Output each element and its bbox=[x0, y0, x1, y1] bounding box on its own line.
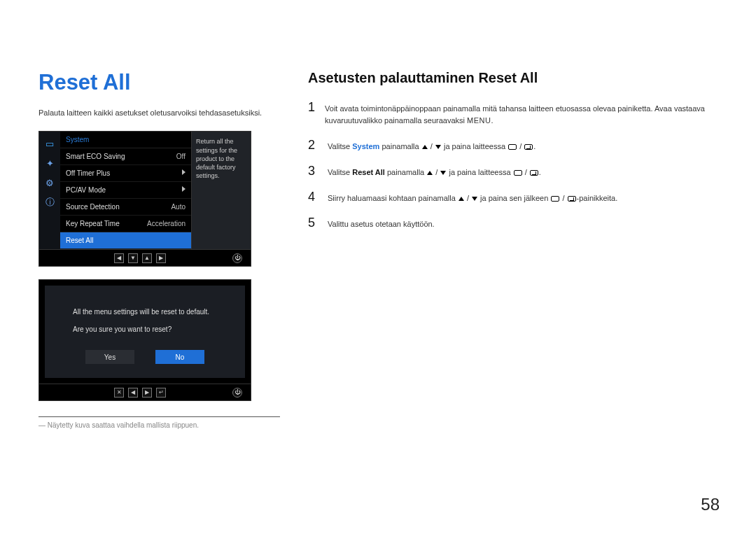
step-number: 3 bbox=[308, 164, 318, 178]
step-text: Voit avata toimintonäppäinoppaan painama… bbox=[325, 100, 721, 127]
manual-page: Reset All Palauta laitteen kaikki asetuk… bbox=[0, 0, 756, 534]
power-icon: ⏻ bbox=[232, 253, 242, 263]
monitor-icon: ▭ bbox=[43, 137, 56, 150]
section-heading: Asetusten palauttaminen Reset All bbox=[308, 70, 721, 86]
step-text: Valitse System painamalla / ja paina lai… bbox=[328, 138, 536, 153]
osd-row: Key Repeat TimeAcceleration bbox=[60, 216, 191, 232]
enter-icon: ↵ bbox=[156, 388, 166, 398]
button-icon bbox=[508, 144, 517, 150]
nav-down-icon: ▼ bbox=[128, 253, 138, 263]
step-text: Valitse Reset All painamalla / ja paina … bbox=[328, 164, 541, 178]
intro-text: Palauta laitteen kaikki asetukset oletus… bbox=[38, 108, 280, 118]
dialog-line1: All the menu settings will be reset to d… bbox=[73, 307, 217, 317]
button-icon bbox=[551, 196, 559, 202]
step-number: 4 bbox=[308, 190, 318, 204]
footnote: Näytetty kuva saattaa vaihdella mallista… bbox=[38, 416, 280, 429]
left-column: Reset All Palauta laitteen kaikki asetuk… bbox=[38, 70, 280, 429]
enter-button-icon bbox=[568, 196, 576, 202]
osd-menu-screenshot: ▭ ✦ ⚙ ⓘ System Smart ECO SavingOff Off T… bbox=[38, 131, 251, 267]
enter-button-icon bbox=[530, 170, 538, 176]
right-column: Asetusten palauttaminen Reset All 1 Voit… bbox=[308, 70, 721, 429]
down-arrow-icon bbox=[472, 197, 477, 201]
power-icon: ⏻ bbox=[232, 388, 242, 398]
dialog-no-button: No bbox=[155, 350, 204, 364]
nav-left-icon: ◀ bbox=[114, 253, 124, 263]
chevron-right-icon bbox=[182, 169, 186, 175]
osd-row: PC/AV Mode bbox=[60, 182, 191, 199]
osd-footer-nav: ◀ ▼ ▲ ▶ ⏻ bbox=[39, 249, 251, 266]
down-arrow-icon bbox=[440, 171, 446, 175]
nav-left-icon: ◀ bbox=[128, 388, 138, 398]
osd-row-selected: Reset All bbox=[60, 232, 191, 249]
up-arrow-icon bbox=[427, 171, 433, 175]
down-arrow-icon bbox=[435, 145, 441, 149]
nav-right-icon: ▶ bbox=[142, 388, 152, 398]
osd-description: Return all the settings for the product … bbox=[191, 132, 251, 249]
step-text: Siirry haluamaasi kohtaan painamalla / j… bbox=[328, 190, 617, 204]
osd-row: Smart ECO SavingOff bbox=[60, 148, 191, 165]
page-title: Reset All bbox=[38, 70, 280, 95]
dialog-yes-button: Yes bbox=[85, 350, 134, 364]
button-icon bbox=[514, 170, 522, 176]
up-arrow-icon bbox=[458, 197, 464, 201]
step-number: 1 bbox=[308, 100, 315, 127]
info-icon: ⓘ bbox=[43, 196, 56, 209]
osd-row: Off Timer Plus bbox=[60, 165, 191, 182]
enter-button-icon bbox=[524, 144, 533, 150]
step-text: Valittu asetus otetaan käyttöön. bbox=[328, 216, 435, 230]
step-item: 1 Voit avata toimintonäppäinoppaan paina… bbox=[308, 100, 721, 127]
dialog-footer-nav: ✕ ◀ ▶ ↵ ⏻ bbox=[39, 384, 251, 400]
steps-list: 1 Voit avata toimintonäppäinoppaan paina… bbox=[308, 100, 721, 230]
close-icon: ✕ bbox=[114, 388, 124, 398]
up-arrow-icon bbox=[422, 145, 428, 149]
osd-sidebar-icons: ▭ ✦ ⚙ ⓘ bbox=[39, 132, 60, 249]
step-item: 3 Valitse Reset All painamalla / ja pain… bbox=[308, 164, 721, 178]
page-number: 58 bbox=[701, 495, 720, 514]
settings-icon: ⚙ bbox=[43, 176, 56, 189]
step-number: 2 bbox=[308, 138, 318, 153]
osd-row: Source DetectionAuto bbox=[60, 199, 191, 216]
nav-right-icon: ▶ bbox=[156, 253, 166, 263]
dialog-line2: Are you sure you want to reset? bbox=[73, 324, 217, 335]
confirm-dialog-screenshot: All the menu settings will be reset to d… bbox=[38, 279, 251, 401]
picture-icon: ✦ bbox=[43, 157, 56, 169]
chevron-right-icon bbox=[182, 186, 186, 192]
osd-header: System bbox=[60, 132, 191, 148]
nav-up-icon: ▲ bbox=[142, 253, 152, 263]
step-item: 2 Valitse System painamalla / ja paina l… bbox=[308, 138, 721, 153]
step-item: 4 Siirry haluamaasi kohtaan painamalla /… bbox=[308, 190, 721, 204]
step-number: 5 bbox=[308, 216, 318, 230]
step-item: 5 Valittu asetus otetaan käyttöön. bbox=[308, 216, 721, 230]
